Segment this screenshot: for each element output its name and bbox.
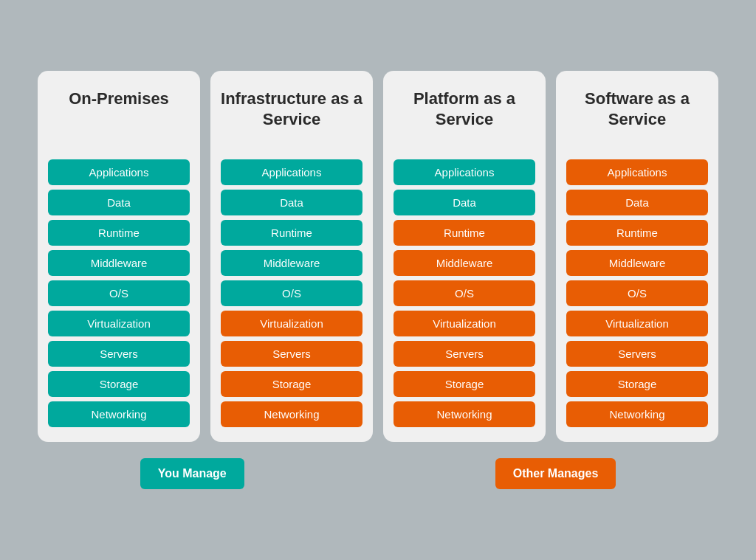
main-container: On-PremisesApplicationsDataRuntimeMiddle… [15, 71, 741, 489]
item-data-saas: Data [566, 190, 708, 215]
other-manages-badge: Other Manages [495, 458, 616, 489]
column-saas: Software as a ServiceApplicationsDataRun… [556, 71, 718, 442]
item-runtime-paas: Runtime [394, 220, 535, 246]
item-networking-saas: Networking [566, 401, 708, 427]
item-applications-iaas: Applications [221, 159, 362, 185]
item-storage-paas: Storage [394, 371, 535, 397]
item-storage-saas: Storage [566, 371, 708, 397]
item-runtime-iaas: Runtime [221, 220, 362, 246]
item-middleware-saas: Middleware [566, 250, 708, 276]
item-servers-iaas: Servers [221, 341, 362, 367]
item-virtualization-iaas: Virtualization [221, 311, 362, 336]
column-paas: Platform as a ServiceApplicationsDataRun… [383, 71, 546, 442]
columns-row: On-PremisesApplicationsDataRuntimeMiddle… [15, 71, 741, 442]
column-title-paas: Platform as a Service [394, 84, 535, 143]
item-middleware-paas: Middleware [394, 250, 535, 276]
item-data-paas: Data [394, 190, 535, 215]
items-list-saas: ApplicationsDataRuntimeMiddlewareO/SVirt… [566, 159, 708, 427]
item-data-iaas: Data [221, 190, 362, 215]
item-o-s-on-premises: O/S [48, 280, 190, 306]
items-list-on-premises: ApplicationsDataRuntimeMiddlewareO/SVirt… [48, 159, 190, 427]
item-networking-iaas: Networking [221, 401, 362, 427]
item-virtualization-paas: Virtualization [394, 311, 535, 336]
item-networking-paas: Networking [394, 401, 535, 427]
column-title-saas: Software as a Service [566, 84, 708, 143]
items-list-paas: ApplicationsDataRuntimeMiddlewareO/SVirt… [394, 159, 535, 427]
item-applications-paas: Applications [394, 159, 535, 185]
item-o-s-iaas: O/S [221, 280, 362, 306]
column-iaas: Infrastructure as a ServiceApplicationsD… [210, 71, 373, 442]
item-servers-paas: Servers [394, 341, 535, 367]
item-runtime-saas: Runtime [566, 220, 708, 246]
item-virtualization-saas: Virtualization [566, 311, 708, 336]
item-storage-on-premises: Storage [48, 371, 190, 397]
legend-row: You Manage Other Manages [140, 458, 616, 489]
items-list-iaas: ApplicationsDataRuntimeMiddlewareO/SVirt… [221, 159, 362, 427]
item-networking-on-premises: Networking [48, 401, 190, 427]
column-title-iaas: Infrastructure as a Service [221, 84, 362, 143]
column-on-premises: On-PremisesApplicationsDataRuntimeMiddle… [38, 71, 200, 442]
item-applications-saas: Applications [566, 159, 708, 185]
item-runtime-on-premises: Runtime [48, 220, 190, 246]
item-o-s-paas: O/S [394, 280, 535, 306]
column-title-on-premises: On-Premises [69, 84, 169, 143]
item-middleware-iaas: Middleware [221, 250, 362, 276]
item-applications-on-premises: Applications [48, 159, 190, 185]
item-servers-saas: Servers [566, 341, 708, 367]
item-middleware-on-premises: Middleware [48, 250, 190, 276]
item-data-on-premises: Data [48, 190, 190, 215]
item-virtualization-on-premises: Virtualization [48, 311, 190, 336]
item-storage-iaas: Storage [221, 371, 362, 397]
you-manage-badge: You Manage [140, 458, 244, 489]
item-o-s-saas: O/S [566, 280, 708, 306]
item-servers-on-premises: Servers [48, 341, 190, 367]
